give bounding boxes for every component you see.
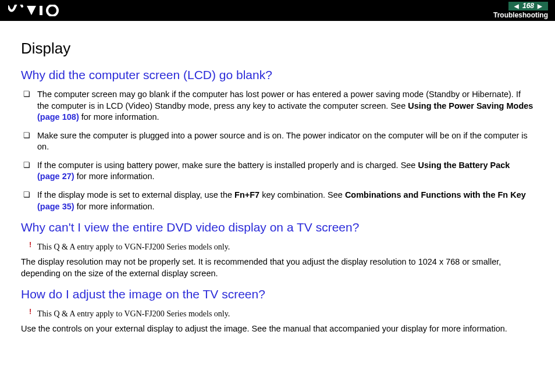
svg-point-1 xyxy=(47,5,58,16)
page-number: 168 xyxy=(522,2,534,10)
answer-text: Use the controls on your external displa… xyxy=(21,323,534,335)
page-link[interactable]: (page 108) xyxy=(37,112,79,122)
note-text: This Q & A entry apply to VGN-FJ200 Seri… xyxy=(37,309,230,318)
question-2-heading: Why can't I view the entire DVD video di… xyxy=(21,220,534,234)
question-1-list: The computer screen may go blank if the … xyxy=(21,89,534,212)
section-name: Troubleshooting xyxy=(493,11,548,19)
page-content: Display Why did the computer screen (LCD… xyxy=(0,21,555,352)
alert-icon: ! xyxy=(29,240,31,249)
list-item: Make sure the computer is plugged into a… xyxy=(37,130,534,153)
page-link[interactable]: (page 35) xyxy=(37,202,74,211)
alert-icon: ! xyxy=(29,307,31,316)
header-bar: ◀ 168 ▶ Troubleshooting xyxy=(0,0,555,21)
header-right: ◀ 168 ▶ Troubleshooting xyxy=(493,2,548,19)
prev-page-arrow-icon[interactable]: ◀ xyxy=(514,3,519,9)
vaio-logo xyxy=(8,5,66,16)
page-number-chip[interactable]: ◀ 168 ▶ xyxy=(508,2,548,10)
next-page-arrow-icon[interactable]: ▶ xyxy=(538,3,542,9)
note-block: ! This Q & A entry apply to VGN-FJ200 Se… xyxy=(37,241,534,252)
question-3-heading: How do I adjust the image on the TV scre… xyxy=(21,287,534,301)
list-item: The computer screen may go blank if the … xyxy=(37,89,534,123)
page-title: Display xyxy=(21,40,534,58)
answer-text: The display resolution may not be proper… xyxy=(21,256,534,279)
page-link[interactable]: (page 27) xyxy=(37,172,74,181)
list-item: If the display mode is set to external d… xyxy=(37,190,534,212)
note-block: ! This Q & A entry apply to VGN-FJ200 Se… xyxy=(37,308,534,319)
note-text: This Q & A entry apply to VGN-FJ200 Seri… xyxy=(37,243,230,251)
question-1-heading: Why did the computer screen (LCD) go bla… xyxy=(21,68,534,82)
list-item: If the computer is using battery power, … xyxy=(37,160,534,183)
svg-rect-0 xyxy=(40,6,42,15)
